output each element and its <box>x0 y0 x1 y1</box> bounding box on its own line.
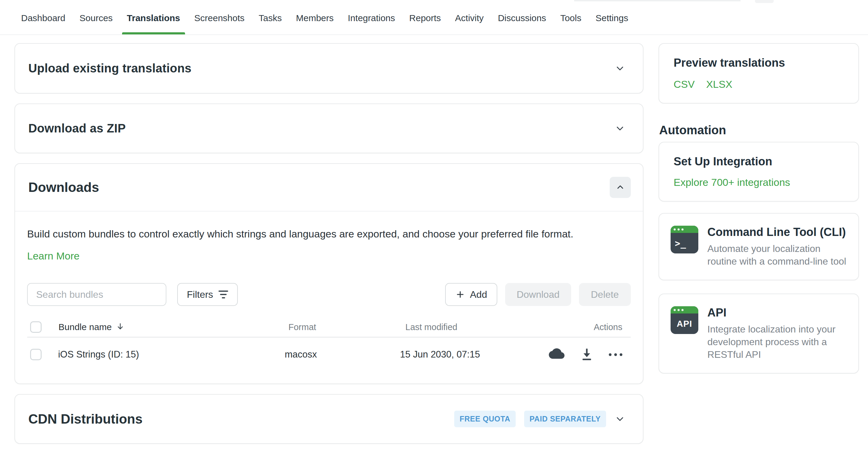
explore-integrations-link[interactable]: Explore 700+ integrations <box>674 176 790 188</box>
nav-tab-members[interactable]: Members <box>296 0 334 34</box>
cdn-card-right-group: FREE QUOTA PAID SEPARATELY <box>454 411 625 427</box>
filter-lines-icon <box>218 290 228 298</box>
download-row-icon[interactable] <box>579 346 595 363</box>
downloads-title: Downloads <box>28 180 99 195</box>
downloads-card: Downloads Build custom bundles to contro… <box>14 163 644 384</box>
add-bundle-button[interactable]: Add <box>445 283 497 306</box>
nav-tab-translations[interactable]: Translations <box>127 0 180 34</box>
upload-card-title: Upload existing translations <box>28 61 191 75</box>
column-header-last-modified: Last modified <box>405 322 556 332</box>
main-content: Upload existing translations Download as… <box>14 43 644 444</box>
downloads-card-header: Downloads <box>15 164 643 211</box>
column-header-actions: Actions <box>556 322 631 332</box>
preview-xlsx-link[interactable]: XLSX <box>706 79 733 90</box>
delete-bundle-button[interactable]: Delete <box>579 283 631 306</box>
nav-tab-tools[interactable]: Tools <box>560 0 581 34</box>
sidebar: Preview translations CSV XLSX Automation… <box>658 43 859 444</box>
nav-tab-reports[interactable]: Reports <box>409 0 441 34</box>
zip-card-title: Download as ZIP <box>28 122 126 135</box>
bundle-name-cell[interactable]: iOS Strings (ID: 15) <box>58 349 139 360</box>
chevron-down-icon[interactable] <box>615 63 625 74</box>
api-icon: API <box>671 306 698 334</box>
sort-descending-icon[interactable] <box>116 322 124 332</box>
collapse-downloads-button[interactable] <box>610 177 631 198</box>
downloads-card-body: Build custom bundles to control exactly … <box>15 211 643 383</box>
cdn-distributions-card[interactable]: CDN Distributions FREE QUOTA PAID SEPARA… <box>14 394 644 444</box>
free-quota-badge: FREE QUOTA <box>454 411 516 427</box>
table-row: iOS Strings (ID: 15) macosx 15 Jun 2030,… <box>27 338 631 371</box>
set-up-integration-card: Set Up Integration Explore 700+ integrat… <box>658 142 859 202</box>
more-actions-icon[interactable] <box>609 353 622 356</box>
add-button-label: Add <box>470 289 487 300</box>
nav-tab-tasks[interactable]: Tasks <box>258 0 282 34</box>
column-header-format: Format <box>288 322 405 332</box>
set-up-integration-title: Set Up Integration <box>674 155 844 168</box>
downloads-description: Build custom bundles to control exactly … <box>27 228 631 240</box>
cropped-button-edge <box>755 0 774 3</box>
nav-tab-settings[interactable]: Settings <box>595 0 628 34</box>
learn-more-link[interactable]: Learn More <box>27 250 80 262</box>
filters-button[interactable]: Filters <box>177 283 238 306</box>
preview-links: CSV XLSX <box>674 79 844 90</box>
terminal-prompt: >_ <box>671 233 698 253</box>
preview-translations-title: Preview translations <box>674 56 844 69</box>
row-checkbox[interactable] <box>30 349 41 360</box>
automation-heading: Automation <box>659 123 859 137</box>
api-card-title: API <box>707 306 847 319</box>
download-as-zip-card[interactable]: Download as ZIP <box>14 104 644 153</box>
chevron-up-icon <box>615 182 625 193</box>
filters-button-label: Filters <box>187 289 213 300</box>
download-bundle-button[interactable]: Download <box>505 283 571 306</box>
preview-translations-card: Preview translations CSV XLSX <box>658 43 859 104</box>
search-bundles-input[interactable] <box>27 283 166 306</box>
select-all-checkbox[interactable] <box>30 321 41 333</box>
cli-card-description: Automate your localization routine with … <box>707 242 847 268</box>
cli-card[interactable]: >_ Command Line Tool (CLI) Automate your… <box>658 213 859 280</box>
plus-icon <box>456 290 465 299</box>
upload-existing-translations-card[interactable]: Upload existing translations <box>14 43 644 93</box>
cli-card-title: Command Line Tool (CLI) <box>707 226 847 239</box>
api-card[interactable]: API API Integrate localization into your… <box>658 293 859 374</box>
nav-tab-dashboard[interactable]: Dashboard <box>21 0 65 34</box>
bundle-last-modified-cell: 15 Jun 2030, 07:15 <box>400 349 549 360</box>
nav-tab-discussions[interactable]: Discussions <box>498 0 546 34</box>
column-header-bundle-name[interactable]: Bundle name <box>59 322 112 332</box>
cdn-card-title: CDN Distributions <box>28 411 143 427</box>
api-card-description: Integrate localization into your develop… <box>707 323 847 361</box>
api-icon-label: API <box>671 313 698 334</box>
bundles-table-header: Bundle name Format Last modified Actions <box>27 317 631 337</box>
chevron-down-icon[interactable] <box>615 123 625 134</box>
preview-csv-link[interactable]: CSV <box>674 79 695 90</box>
downloads-toolbar: Filters Add Download Delete <box>27 283 631 306</box>
nav-tab-activity[interactable]: Activity <box>455 0 484 34</box>
nav-tab-sources[interactable]: Sources <box>80 0 113 34</box>
nav-tab-screenshots[interactable]: Screenshots <box>194 0 245 34</box>
nav-tab-integrations[interactable]: Integrations <box>348 0 395 34</box>
terminal-icon: >_ <box>671 226 698 253</box>
bundle-format-cell: macosx <box>285 349 400 360</box>
cloud-export-icon[interactable] <box>549 346 565 363</box>
top-nav: Dashboard Sources Translations Screensho… <box>0 0 868 35</box>
chevron-down-icon[interactable] <box>615 413 625 425</box>
paid-separately-badge: PAID SEPARATELY <box>524 411 606 427</box>
